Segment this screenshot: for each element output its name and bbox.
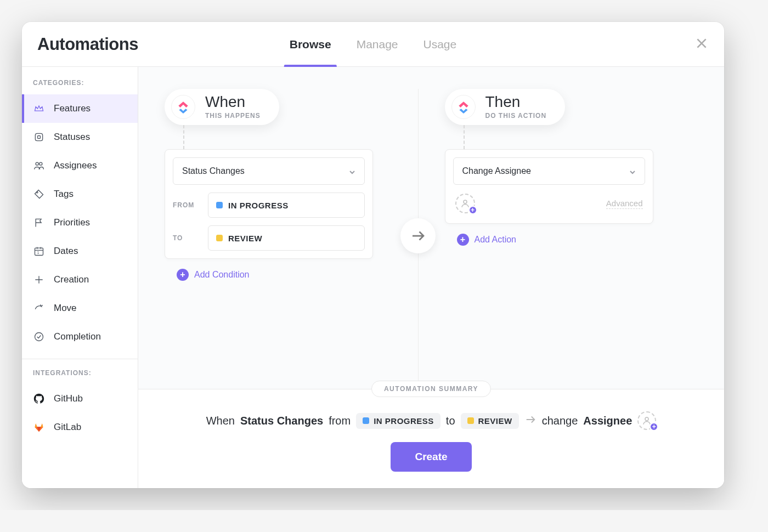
sidebar-item-label: Dates <box>54 246 78 257</box>
sidebar-item-gitlab[interactable]: GitLab <box>22 413 138 442</box>
sidebar-item-label: Creation <box>54 274 89 285</box>
integrations-label: INTEGRATIONS: <box>22 369 138 384</box>
people-icon <box>33 160 45 172</box>
sidebar-item-statuses[interactable]: Statuses <box>22 123 138 151</box>
svg-point-4 <box>36 191 38 193</box>
when-subtitle: THIS HAPPENS <box>205 112 261 120</box>
summary-text: When Status Changes from IN PROGRESS to … <box>154 411 709 430</box>
calendar-icon: 1 <box>33 245 45 257</box>
sidebar: CATEGORIES: Features Statuses Assignees … <box>22 67 138 488</box>
trigger-card: Status Changes FROM IN PROGRESS <box>165 149 373 259</box>
when-title: When <box>205 94 261 110</box>
tag-icon <box>33 188 45 200</box>
trigger-value: Status Changes <box>182 166 245 176</box>
sidebar-item-move[interactable]: Move <box>22 294 138 322</box>
summary-to-chip: REVIEW <box>461 413 519 429</box>
arrow-right-icon <box>410 228 426 244</box>
sidebar-item-creation[interactable]: Creation <box>22 265 138 294</box>
check-circle-icon <box>33 331 45 343</box>
summary-word-when: When <box>206 415 235 427</box>
summary-badge: AUTOMATION SUMMARY <box>371 381 491 397</box>
from-status-select[interactable]: IN PROGRESS <box>208 193 365 218</box>
then-header: Then DO THIS ACTION <box>445 89 566 125</box>
sidebar-item-github[interactable]: GitHub <box>22 384 138 413</box>
then-subtitle: DO THIS ACTION <box>485 112 547 120</box>
add-action-button[interactable]: + Add Action <box>457 234 698 246</box>
svg-point-8 <box>464 200 467 203</box>
summary-word-from: from <box>329 415 351 427</box>
status-dot-icon <box>216 235 223 241</box>
sidebar-divider <box>22 359 138 359</box>
svg-rect-0 <box>35 133 42 140</box>
summary-word-change: change <box>542 415 578 427</box>
advanced-link[interactable]: Advanced <box>606 199 643 209</box>
svg-rect-1 <box>38 136 41 139</box>
automations-modal: Automations Browse Manage Usage CATEGORI… <box>22 22 724 488</box>
categories-label: CATEGORIES: <box>22 79 138 94</box>
crown-icon <box>33 103 45 115</box>
tab-manage[interactable]: Manage <box>357 22 398 66</box>
sidebar-item-assignees[interactable]: Assignees <box>22 151 138 180</box>
clickup-logo-icon <box>171 95 195 119</box>
when-header: When THIS HAPPENS <box>165 89 279 125</box>
tab-usage[interactable]: Usage <box>423 22 457 66</box>
chevron-down-icon <box>629 168 636 174</box>
svg-text:1: 1 <box>37 251 39 254</box>
arrow-right-icon <box>524 414 537 428</box>
summary-assignee-picker[interactable]: + <box>637 411 656 430</box>
sidebar-item-features[interactable]: Features <box>22 94 138 123</box>
plus-badge-icon: + <box>468 206 477 214</box>
add-condition-label: Add Condition <box>194 270 250 280</box>
sidebar-item-label: Move <box>54 303 77 314</box>
github-icon <box>33 393 45 405</box>
sidebar-item-dates[interactable]: 1 Dates <box>22 237 138 265</box>
plus-circle-icon: + <box>177 269 189 281</box>
summary-from-status: IN PROGRESS <box>374 416 434 426</box>
trigger-select[interactable]: Status Changes <box>173 157 365 185</box>
sidebar-item-priorities[interactable]: Priorities <box>22 208 138 237</box>
when-column: When THIS HAPPENS Status Changes FROM <box>165 89 418 389</box>
then-column: Then DO THIS ACTION Change Assignee <box>419 89 698 389</box>
gitlab-icon <box>33 421 45 433</box>
builder-content: When THIS HAPPENS Status Changes FROM <box>138 67 724 488</box>
connector-line <box>183 125 184 149</box>
action-value: Change Assignee <box>462 166 531 176</box>
from-status-value: IN PROGRESS <box>228 201 289 210</box>
to-status-value: REVIEW <box>228 234 262 243</box>
status-dot-icon <box>363 417 369 424</box>
summary-assignee-word: Assignee <box>583 415 632 427</box>
summary-to-status: REVIEW <box>478 416 512 426</box>
svg-point-2 <box>36 162 38 165</box>
sidebar-item-tags[interactable]: Tags <box>22 180 138 208</box>
sidebar-item-label: Features <box>54 103 91 114</box>
sidebar-item-label: GitLab <box>54 422 81 433</box>
sidebar-item-completion[interactable]: Completion <box>22 322 138 351</box>
plus-circle-icon: + <box>457 234 469 246</box>
status-dot-icon <box>216 202 223 208</box>
sidebar-item-label: Statuses <box>54 132 90 143</box>
flag-icon <box>33 217 45 229</box>
sidebar-item-label: Completion <box>54 331 101 342</box>
summary-trigger: Status Changes <box>240 415 323 427</box>
to-label: TO <box>173 234 200 242</box>
plus-badge-icon: + <box>650 422 658 431</box>
page-title: Automations <box>37 35 138 54</box>
add-action-label: Add Action <box>475 235 517 245</box>
action-card: Change Assignee + Advanced <box>445 149 653 224</box>
close-button[interactable] <box>694 36 709 53</box>
create-button[interactable]: Create <box>391 442 471 472</box>
sidebar-item-label: Priorities <box>54 217 90 228</box>
clickup-logo-icon <box>451 95 476 119</box>
svg-point-9 <box>645 417 648 421</box>
svg-point-3 <box>39 162 42 165</box>
assignee-picker[interactable]: + <box>455 194 475 213</box>
sidebar-item-label: Assignees <box>54 160 97 171</box>
to-status-select[interactable]: REVIEW <box>208 225 365 251</box>
add-condition-button[interactable]: + Add Condition <box>177 269 418 281</box>
share-icon <box>33 302 45 314</box>
status-dot-icon <box>467 417 474 424</box>
status-icon <box>33 131 45 143</box>
tab-browse[interactable]: Browse <box>290 22 331 66</box>
action-select[interactable]: Change Assignee <box>453 157 645 185</box>
summary-bar: AUTOMATION SUMMARY When Status Changes f… <box>138 389 724 488</box>
